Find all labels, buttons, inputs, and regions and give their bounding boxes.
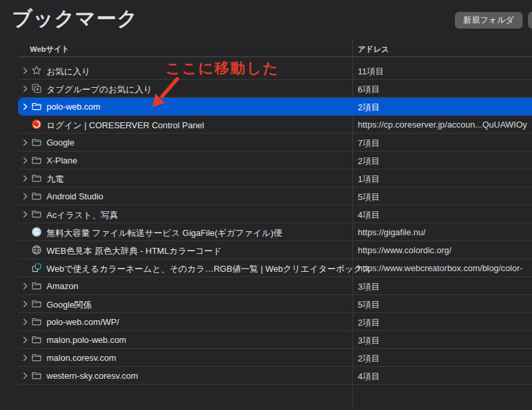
chevron-right-icon[interactable] xyxy=(22,103,29,110)
bookmark-row[interactable]: タブグループのお気に入り 6項目 xyxy=(18,80,532,98)
chevron-right-icon[interactable] xyxy=(22,372,29,379)
bookmark-row[interactable]: Webで使えるカラーネームと、そのカラ…RGB値一覧 | Webクリエイターボッ… xyxy=(18,259,532,277)
bookmark-address: 4項目 xyxy=(358,371,380,383)
folder-icon xyxy=(31,209,42,219)
chevron-right-icon[interactable] xyxy=(22,193,29,200)
bookmark-address: 11項目 xyxy=(358,66,384,78)
bookmark-row[interactable]: WEB色見本 原色大辞典 - HTMLカラーコード https://www.co… xyxy=(18,241,532,259)
chevron-right-icon[interactable] xyxy=(22,282,29,290)
bookmark-address: 7項目 xyxy=(358,138,380,150)
bookmark-row[interactable]: polo-web.com/WP/ 2項目 xyxy=(18,313,532,331)
svg-text:G: G xyxy=(34,229,39,236)
chevron-right-icon[interactable] xyxy=(22,354,29,361)
page-title: ブックマーク xyxy=(12,5,138,33)
new-folder-button[interactable]: 新規フォルダ xyxy=(455,12,523,29)
bookmark-label: Android Studio xyxy=(47,191,103,201)
folder-icon xyxy=(31,316,42,327)
bookmark-row[interactable]: X-Plane 2項目 xyxy=(18,152,532,169)
bookmark-address: https://gigafile.nu/ xyxy=(358,227,426,237)
bookmark-address: 5項目 xyxy=(358,191,380,203)
bookmark-address: 3項目 xyxy=(358,335,380,347)
bookmark-label: X-Plane xyxy=(47,155,77,165)
folder-icon xyxy=(31,370,42,381)
chevron-right-icon[interactable] xyxy=(22,175,29,182)
bookmark-label: malon.coresv.com xyxy=(47,353,116,363)
bookmark-row[interactable]: malon.coresv.com 2項目 xyxy=(18,349,532,367)
bookmark-label: Acイラスト、写真 xyxy=(47,209,118,221)
webcreatorbox-icon xyxy=(31,262,42,273)
bookmark-address: 2項目 xyxy=(358,353,380,365)
bookmark-label: 無料大容量 ファイル転送サービス GigaFile(ギガファイル)便 xyxy=(47,227,282,239)
bookmark-row[interactable]: G 無料大容量 ファイル転送サービス GigaFile(ギガファイル)便 htt… xyxy=(18,223,532,241)
bookmark-address: 5項目 xyxy=(358,299,380,311)
folder-icon xyxy=(31,137,42,148)
chevron-right-icon[interactable] xyxy=(22,85,29,92)
bookmark-label: タブグループのお気に入り xyxy=(47,84,152,96)
bookmark-rows: お気に入り 11項目 タブグループのお気に入り 6項目 polo-web.com… xyxy=(18,62,532,385)
bookmark-row[interactable]: western-sky.coresv.com 4項目 xyxy=(18,367,532,385)
chevron-right-icon[interactable] xyxy=(22,318,29,326)
folder-icon xyxy=(31,173,42,183)
column-header-address[interactable]: アドレス xyxy=(358,45,389,54)
folder-icon xyxy=(31,352,42,363)
bookmark-row[interactable]: malon.polo-web.com 3項目 xyxy=(18,331,532,349)
bookmark-row[interactable]: Google関係 5項目 xyxy=(18,295,532,313)
bookmark-label: お気に入り xyxy=(47,66,90,78)
folder-icon xyxy=(31,101,42,112)
globe-icon xyxy=(31,245,42,255)
folder-icon xyxy=(31,191,42,201)
bookmark-row[interactable]: Amazon 3項目 xyxy=(18,277,532,295)
folder-icon xyxy=(31,280,42,291)
bookmark-row[interactable]: Acイラスト、写真 4項目 xyxy=(18,205,532,223)
chevron-right-icon[interactable] xyxy=(22,336,29,344)
tab-group-icon xyxy=(31,83,42,94)
folder-icon xyxy=(31,155,42,165)
chevron-right-icon[interactable] xyxy=(22,211,29,218)
bookmark-row[interactable]: polo-web.com 2項目 xyxy=(18,98,532,116)
bookmark-label: polo-web.com/WP/ xyxy=(47,317,119,327)
bookmark-address: 4項目 xyxy=(358,209,380,221)
bookmark-row[interactable]: Android Studio 5項目 xyxy=(18,187,532,205)
bookmark-label: polo-web.com xyxy=(47,102,100,112)
bookmark-address: https://www.colordic.org/ xyxy=(358,245,452,255)
bookmark-label: Amazon xyxy=(47,281,78,291)
table-header: Webサイト アドレス xyxy=(18,40,532,57)
chevron-right-icon[interactable] xyxy=(22,139,29,146)
bookmark-row[interactable]: 九電 1項目 xyxy=(18,169,532,187)
bookmark-address: 2項目 xyxy=(358,317,380,329)
chevron-right-icon[interactable] xyxy=(22,67,29,74)
chevron-right-icon[interactable] xyxy=(22,157,29,164)
bookmark-row[interactable]: Google 7項目 xyxy=(18,134,532,152)
bookmark-label: malon.polo-web.com xyxy=(47,335,126,345)
bookmark-address: 1項目 xyxy=(358,173,380,185)
bookmark-address: 3項目 xyxy=(358,281,380,293)
column-header-website[interactable]: Webサイト xyxy=(30,45,69,54)
bookmark-address: 6項目 xyxy=(358,84,380,96)
bookmark-row[interactable]: ログイン | CORESERVER Control Panel https://… xyxy=(18,116,532,134)
bookmark-label: Webで使えるカラーネームと、そのカラ…RGB値一覧 | Webクリエイターボッ… xyxy=(47,263,371,275)
bookmark-address: https://cp.coreserver.jp/accoun...QuUAWI… xyxy=(358,120,527,130)
bookmark-address: https://www.webcreatorbox.com/blog/color… xyxy=(358,263,523,273)
gigafile-icon: G xyxy=(31,227,42,237)
annotation-arrow-icon xyxy=(147,76,184,110)
bookmark-address: 2項目 xyxy=(358,155,380,167)
folder-icon xyxy=(31,334,42,345)
star-icon xyxy=(31,65,42,76)
partial-edge-button[interactable] xyxy=(528,12,532,29)
bookmark-label: WEB色見本 原色大辞典 - HTMLカラーコード xyxy=(47,245,221,257)
bookmark-label: Google関係 xyxy=(47,299,92,311)
coreserver-icon xyxy=(31,119,42,130)
folder-icon xyxy=(31,298,42,309)
bookmark-label: western-sky.coresv.com xyxy=(47,371,138,381)
bookmark-label: Google xyxy=(47,138,74,148)
bookmark-address: 2項目 xyxy=(358,102,380,114)
chevron-right-icon[interactable] xyxy=(22,300,29,308)
bookmark-label: 九電 xyxy=(47,173,64,185)
bookmark-label: ログイン | CORESERVER Control Panel xyxy=(47,120,204,132)
